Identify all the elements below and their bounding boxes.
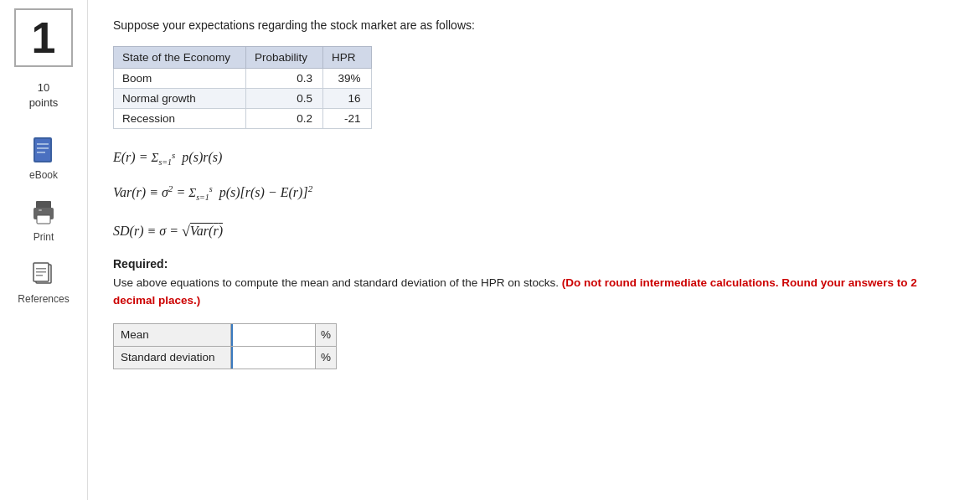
svg-rect-4 — [37, 152, 45, 153]
mean-label: Mean — [121, 328, 149, 341]
formula-sd-text: SD(r) ≡ σ = √Var(r) — [113, 224, 223, 238]
svg-rect-7 — [37, 215, 50, 224]
question-number: 1 — [14, 8, 73, 67]
svg-rect-1 — [35, 139, 50, 161]
std-label-cell: Standard deviation — [114, 346, 231, 369]
ebook-label: eBook — [29, 169, 58, 181]
hpr-recession: -21 — [323, 109, 372, 129]
print-tool[interactable]: Print — [28, 198, 59, 243]
mean-unit: % — [321, 328, 331, 341]
question-number-text: 1 — [32, 13, 56, 63]
economy-table: State of the Economy Probability HPR Boo… — [113, 46, 372, 129]
intro-text: Suppose your expectations regarding the … — [113, 18, 475, 32]
state-recession: Recession — [114, 109, 246, 129]
formula-var: Var(r) ≡ σ2 = Σs=1s p(s)[r(s) − E(r)]2 — [113, 179, 955, 207]
ebook-tool[interactable]: eBook — [28, 136, 59, 181]
svg-rect-12 — [36, 271, 46, 273]
svg-rect-13 — [36, 275, 43, 276]
print-icon — [31, 200, 56, 225]
mean-input[interactable] — [231, 324, 315, 346]
col-header-hpr: HPR — [323, 47, 372, 69]
prob-normal: 0.5 — [246, 89, 323, 109]
formula-er-text: E(r) = Σs=1s p(s)r(s) — [113, 150, 222, 164]
references-icon — [32, 261, 55, 288]
std-label: Standard deviation — [121, 351, 215, 363]
ebook-icon-container — [28, 136, 59, 166]
sidebar: 1 10 points eBook Print — [0, 0, 88, 500]
svg-rect-3 — [37, 147, 49, 149]
col-header-state: State of the Economy — [114, 47, 246, 69]
required-heading: Required: — [113, 257, 955, 271]
points-label-text: points — [29, 96, 59, 109]
ebook-icon — [32, 137, 55, 165]
mean-label-cell: Mean — [114, 323, 231, 346]
required-text-block: Use above equations to compute the mean … — [113, 274, 955, 310]
mean-input-cell[interactable] — [231, 323, 316, 346]
std-unit-cell: % — [316, 346, 337, 369]
formula-er: E(r) = Σs=1s p(s)r(s) — [113, 144, 955, 171]
points-display: 10 points — [29, 80, 59, 111]
references-tool[interactable]: References — [18, 260, 69, 305]
table-row: Boom 0.3 39% — [114, 69, 372, 89]
required-text-normal: Use above equations to compute the mean … — [113, 276, 559, 289]
state-normal: Normal growth — [114, 89, 246, 109]
table-row: Normal growth 0.5 16 — [114, 89, 372, 109]
mean-unit-cell: % — [316, 323, 337, 346]
references-icon-container — [28, 260, 59, 290]
table-row: Recession 0.2 -21 — [114, 109, 372, 129]
prob-boom: 0.3 — [246, 69, 323, 89]
main-content: Suppose your expectations regarding the … — [88, 0, 980, 500]
state-boom: Boom — [114, 69, 246, 89]
references-label: References — [18, 293, 69, 305]
hpr-boom: 39% — [323, 69, 372, 89]
svg-rect-11 — [36, 268, 46, 270]
std-unit: % — [321, 351, 331, 363]
col-header-probability: Probability — [246, 47, 323, 69]
svg-rect-2 — [37, 143, 49, 145]
formula-var-text: Var(r) ≡ σ2 = Σs=1s p(s)[r(s) − E(r)]2 — [113, 185, 312, 199]
std-input[interactable] — [231, 347, 315, 369]
svg-rect-8 — [39, 209, 42, 211]
std-row: Standard deviation % — [114, 346, 337, 369]
print-icon-container — [28, 198, 59, 228]
points-value: 10 — [38, 81, 49, 94]
answer-table: Mean % Standard deviation % — [113, 323, 337, 369]
formula-sd: SD(r) ≡ σ = √Var(r) — [113, 215, 955, 245]
hpr-normal: 16 — [323, 89, 372, 109]
std-input-cell[interactable] — [231, 346, 316, 369]
prob-recession: 0.2 — [246, 109, 323, 129]
mean-row: Mean % — [114, 323, 337, 346]
intro-paragraph: Suppose your expectations regarding the … — [113, 17, 955, 34]
print-label: Print — [34, 231, 54, 243]
